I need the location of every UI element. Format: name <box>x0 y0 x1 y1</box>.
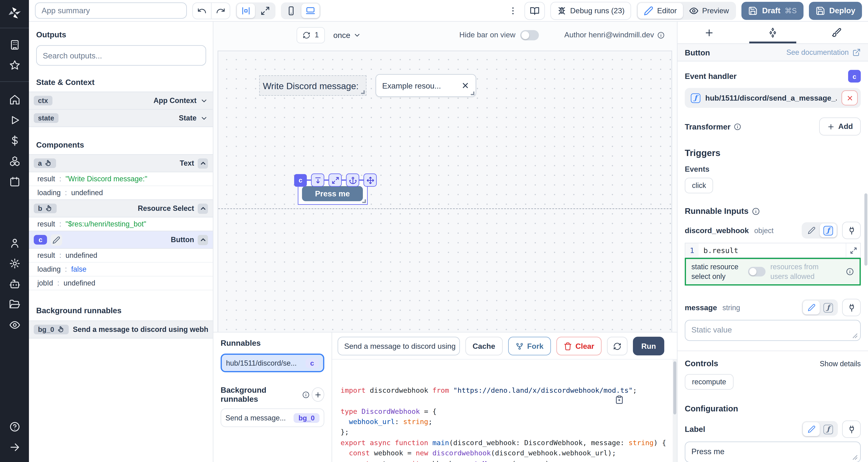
text-component[interactable]: Write Discord message: <box>259 75 367 96</box>
clear-x-icon[interactable] <box>461 81 470 90</box>
nav-resources-cubes-icon[interactable] <box>0 151 29 171</box>
output-kv: result:"$res:u/henri/testing_bot" <box>29 218 213 231</box>
fullscreen-component-icon[interactable] <box>329 173 342 187</box>
show-details-link[interactable]: Show details <box>820 360 861 368</box>
component-row-a[interactable]: a Text <box>29 154 213 172</box>
nav-users-icon[interactable] <box>0 232 29 253</box>
refresh-script-icon[interactable] <box>607 337 627 355</box>
more-menu-icon[interactable] <box>507 6 519 15</box>
output-kv: result:undefined <box>29 249 213 263</box>
nav-settings-gear-icon[interactable] <box>0 253 29 273</box>
undo-icon[interactable] <box>193 3 211 19</box>
code-scrollbar[interactable] <box>673 360 677 462</box>
remove-handler-icon[interactable] <box>841 90 858 105</box>
nav-runs-play-icon[interactable] <box>0 110 29 130</box>
event-chip-click: click <box>685 178 713 193</box>
info-icon[interactable] <box>734 123 741 131</box>
see-documentation-link[interactable]: See documentation <box>786 48 861 57</box>
recompute-chip[interactable]: recompute <box>685 374 733 390</box>
hide-bar-toggle[interactable] <box>520 30 539 40</box>
app-summary-input[interactable] <box>35 2 187 19</box>
draft-button[interactable]: Draft⌘S <box>742 2 803 20</box>
collapse-icon[interactable] <box>198 235 208 245</box>
nav-schedules-calendar-icon[interactable] <box>0 171 29 192</box>
output-row-ctx[interactable]: ctx App Context <box>29 92 213 110</box>
connect-plug-icon[interactable] <box>842 222 861 239</box>
move-icon[interactable] <box>364 173 377 187</box>
nav-folders-icon[interactable] <box>0 294 29 315</box>
cache-button[interactable]: Cache <box>465 337 502 355</box>
expression-mode-icon[interactable]: ƒ <box>820 423 837 436</box>
windmill-logo-icon[interactable] <box>7 5 22 23</box>
desktop-view-icon[interactable] <box>301 3 319 18</box>
background-runnable-item[interactable]: Send a message... bg_0 <box>221 408 324 427</box>
background-runnable-row[interactable]: bg_0 Send a message to discord using web… <box>29 321 213 338</box>
runnable-inputs-title: Runnable Inputs <box>685 207 748 216</box>
expression-mode-icon[interactable]: ƒ <box>820 224 837 237</box>
settings-scrollbar[interactable] <box>864 22 868 462</box>
event-handler-runnable[interactable]: ƒ hub/1511/discord/send_a_message_... <box>685 88 861 108</box>
nav-audit-eye-icon[interactable] <box>0 315 29 335</box>
nav-help-icon[interactable] <box>0 416 29 437</box>
expression-value[interactable]: b.result <box>699 243 846 257</box>
connect-plug-icon[interactable] <box>842 421 861 438</box>
copy-code-icon[interactable] <box>615 374 665 404</box>
static-pencil-icon[interactable] <box>803 301 820 315</box>
expression-mode-icon[interactable]: ƒ <box>820 301 837 315</box>
info-icon[interactable] <box>302 391 310 399</box>
tab-component-settings[interactable] <box>741 22 805 43</box>
deploy-button[interactable]: Deploy <box>809 2 862 20</box>
expand-down-icon[interactable] <box>311 173 324 187</box>
code-editor[interactable]: import discordwebhook from "https://deno… <box>332 359 677 462</box>
hand-pointer-icon <box>45 160 52 167</box>
collapse-icon[interactable] <box>198 203 208 213</box>
debug-runs-button[interactable]: Debug runs (23) <box>550 2 631 20</box>
static-pencil-icon[interactable] <box>803 423 820 436</box>
press-me-button[interactable]: Press me <box>302 186 363 201</box>
fullscreen-icon[interactable] <box>256 3 274 18</box>
info-icon[interactable] <box>751 207 760 216</box>
static-pencil-icon[interactable] <box>803 224 820 237</box>
output-row-state[interactable]: state State <box>29 109 213 127</box>
nav-workspace-icon[interactable] <box>0 34 29 55</box>
mobile-view-icon[interactable] <box>282 3 300 18</box>
search-outputs-input[interactable] <box>36 45 206 66</box>
add-background-runnable-button[interactable] <box>311 387 324 402</box>
label-value-input[interactable]: Press me <box>685 442 861 462</box>
clear-button[interactable]: Clear <box>556 337 601 355</box>
anchor-icon[interactable] <box>346 173 359 187</box>
nav-collapse-arrow-icon[interactable] <box>0 437 29 457</box>
collapse-icon[interactable] <box>198 158 208 168</box>
run-button[interactable]: Run <box>633 337 664 355</box>
tab-preview[interactable]: Preview <box>683 3 735 19</box>
component-row-b[interactable]: b Resource Select <box>29 199 213 218</box>
tab-editor[interactable]: Editor <box>638 3 683 19</box>
component-row-c-selected[interactable]: c Button <box>29 231 213 249</box>
connect-plug-icon[interactable] <box>842 299 861 317</box>
nav-favorites-star-icon[interactable] <box>0 55 29 75</box>
tab-insert-component[interactable] <box>678 22 741 43</box>
run-mode-dropdown[interactable]: once <box>333 31 361 39</box>
resize-handle[interactable] <box>852 333 858 339</box>
docs-book-icon[interactable] <box>524 2 545 20</box>
add-transformer-button[interactable]: Add <box>819 118 861 135</box>
function-icon: ƒ <box>824 425 833 434</box>
center-canvas-icon[interactable] <box>237 3 255 18</box>
tab-styling[interactable] <box>805 22 868 43</box>
resize-handle[interactable] <box>852 455 858 460</box>
nav-variables-dollar-icon[interactable] <box>0 130 29 151</box>
script-name-input[interactable]: Send a message to discord using <box>338 337 460 355</box>
resource-select-component[interactable]: Example resou... <box>375 74 476 97</box>
fork-button[interactable]: Fork <box>508 337 551 355</box>
nav-home-icon[interactable] <box>0 89 29 110</box>
redo-icon[interactable] <box>212 3 230 19</box>
resource-mode-toggle[interactable] <box>748 267 766 277</box>
expand-editor-icon[interactable] <box>846 243 860 257</box>
nav-workers-robot-icon[interactable] <box>0 273 29 294</box>
refresh-count-button[interactable]: 1 <box>297 27 325 43</box>
info-icon[interactable] <box>657 31 665 39</box>
runnable-item-selected[interactable]: hub/1511/discord/se... c <box>221 354 324 372</box>
chevron-down-icon <box>200 114 208 122</box>
info-icon[interactable] <box>846 268 854 276</box>
message-static-value-input[interactable]: Static value <box>685 320 861 341</box>
